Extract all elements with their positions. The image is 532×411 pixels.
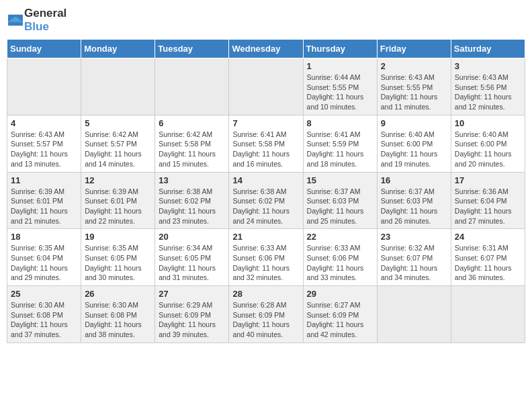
day-header-saturday: Saturday: [451, 40, 525, 58]
day-info: Sunrise: 6:44 AM Sunset: 5:55 PM Dayligh…: [307, 73, 373, 112]
calendar-cell: 25Sunrise: 6:30 AM Sunset: 6:08 PM Dayli…: [7, 286, 81, 343]
day-info: Sunrise: 6:36 AM Sunset: 6:04 PM Dayligh…: [455, 187, 521, 226]
day-number: 19: [85, 232, 151, 242]
day-number: 5: [85, 118, 151, 128]
calendar-cell: 10Sunrise: 6:40 AM Sunset: 6:00 PM Dayli…: [451, 115, 525, 172]
day-info: Sunrise: 6:38 AM Sunset: 6:02 PM Dayligh…: [159, 187, 225, 226]
day-info: Sunrise: 6:33 AM Sunset: 6:06 PM Dayligh…: [232, 243, 299, 283]
calendar-cell: 11Sunrise: 6:39 AM Sunset: 6:01 PM Dayli…: [7, 172, 81, 229]
calendar-week-row: 11Sunrise: 6:39 AM Sunset: 6:01 PM Dayli…: [7, 172, 525, 229]
day-info: Sunrise: 6:38 AM Sunset: 6:02 PM Dayligh…: [232, 187, 299, 226]
calendar-cell: [451, 286, 525, 343]
day-number: 29: [307, 289, 373, 299]
day-info: Sunrise: 6:41 AM Sunset: 5:58 PM Dayligh…: [232, 130, 299, 169]
day-info: Sunrise: 6:35 AM Sunset: 6:04 PM Dayligh…: [11, 243, 77, 283]
calendar-header-row: SundayMondayTuesdayWednesdayThursdayFrid…: [7, 40, 525, 58]
day-number: 15: [307, 175, 373, 185]
calendar-cell: 9Sunrise: 6:40 AM Sunset: 6:00 PM Daylig…: [377, 115, 451, 172]
calendar-cell: 13Sunrise: 6:38 AM Sunset: 6:02 PM Dayli…: [155, 172, 229, 229]
day-info: Sunrise: 6:43 AM Sunset: 5:56 PM Dayligh…: [455, 73, 521, 112]
calendar-cell: 2Sunrise: 6:43 AM Sunset: 5:55 PM Daylig…: [377, 58, 451, 116]
day-header-friday: Friday: [377, 40, 451, 58]
day-info: Sunrise: 6:43 AM Sunset: 5:57 PM Dayligh…: [11, 130, 77, 169]
calendar-cell: 16Sunrise: 6:37 AM Sunset: 6:03 PM Dayli…: [377, 172, 451, 229]
calendar-cell: 18Sunrise: 6:35 AM Sunset: 6:04 PM Dayli…: [7, 229, 81, 286]
day-number: 17: [455, 175, 521, 185]
day-info: Sunrise: 6:28 AM Sunset: 6:09 PM Dayligh…: [232, 300, 299, 340]
day-number: 24: [455, 232, 521, 242]
svg-rect-2: [8, 22, 23, 26]
calendar-cell: [155, 58, 229, 116]
day-number: 4: [11, 118, 77, 128]
day-info: Sunrise: 6:39 AM Sunset: 6:01 PM Dayligh…: [85, 187, 151, 226]
calendar-cell: 23Sunrise: 6:32 AM Sunset: 6:07 PM Dayli…: [377, 229, 451, 286]
calendar-cell: 1Sunrise: 6:44 AM Sunset: 5:55 PM Daylig…: [303, 58, 377, 116]
day-number: 7: [232, 118, 299, 128]
day-header-monday: Monday: [81, 40, 155, 58]
day-number: 27: [159, 289, 225, 299]
day-info: Sunrise: 6:42 AM Sunset: 5:58 PM Dayligh…: [159, 130, 225, 169]
calendar-cell: 4Sunrise: 6:43 AM Sunset: 5:57 PM Daylig…: [7, 115, 81, 172]
day-header-sunday: Sunday: [7, 40, 81, 58]
calendar-cell: 3Sunrise: 6:43 AM Sunset: 5:56 PM Daylig…: [451, 58, 525, 116]
calendar-cell: 15Sunrise: 6:37 AM Sunset: 6:03 PM Dayli…: [303, 172, 377, 229]
calendar-week-row: 4Sunrise: 6:43 AM Sunset: 5:57 PM Daylig…: [7, 115, 525, 172]
day-number: 25: [11, 289, 77, 299]
calendar-cell: 28Sunrise: 6:28 AM Sunset: 6:09 PM Dayli…: [229, 286, 303, 343]
day-info: Sunrise: 6:41 AM Sunset: 5:59 PM Dayligh…: [307, 130, 373, 169]
calendar-cell: 7Sunrise: 6:41 AM Sunset: 5:58 PM Daylig…: [229, 115, 303, 172]
calendar-cell: 27Sunrise: 6:29 AM Sunset: 6:09 PM Dayli…: [155, 286, 229, 343]
day-info: Sunrise: 6:37 AM Sunset: 6:03 PM Dayligh…: [381, 187, 447, 226]
day-info: Sunrise: 6:40 AM Sunset: 6:00 PM Dayligh…: [381, 130, 447, 169]
calendar-cell: 12Sunrise: 6:39 AM Sunset: 6:01 PM Dayli…: [81, 172, 155, 229]
day-number: 14: [232, 175, 299, 185]
calendar-week-row: 18Sunrise: 6:35 AM Sunset: 6:04 PM Dayli…: [7, 229, 525, 286]
day-number: 10: [455, 118, 521, 128]
day-number: 28: [232, 289, 299, 299]
day-info: Sunrise: 6:39 AM Sunset: 6:01 PM Dayligh…: [11, 187, 77, 226]
day-info: Sunrise: 6:33 AM Sunset: 6:06 PM Dayligh…: [307, 243, 373, 283]
day-info: Sunrise: 6:42 AM Sunset: 5:57 PM Dayligh…: [85, 130, 151, 169]
day-number: 18: [11, 232, 77, 242]
calendar-cell: 20Sunrise: 6:34 AM Sunset: 6:05 PM Dayli…: [155, 229, 229, 286]
day-number: 13: [159, 175, 225, 185]
calendar-week-row: 1Sunrise: 6:44 AM Sunset: 5:55 PM Daylig…: [7, 58, 525, 116]
calendar-cell: 21Sunrise: 6:33 AM Sunset: 6:06 PM Dayli…: [229, 229, 303, 286]
day-number: 6: [159, 118, 225, 128]
day-info: Sunrise: 6:43 AM Sunset: 5:55 PM Dayligh…: [381, 73, 447, 112]
day-header-tuesday: Tuesday: [155, 40, 229, 58]
day-number: 8: [307, 118, 373, 128]
calendar-cell: [377, 286, 451, 343]
day-header-thursday: Thursday: [303, 40, 377, 58]
logo-blue: Blue: [24, 20, 49, 33]
calendar-cell: 29Sunrise: 6:27 AM Sunset: 6:09 PM Dayli…: [303, 286, 377, 343]
calendar-table: SundayMondayTuesdayWednesdayThursdayFrid…: [7, 39, 525, 343]
day-number: 3: [455, 61, 521, 71]
day-info: Sunrise: 6:27 AM Sunset: 6:09 PM Dayligh…: [307, 300, 373, 340]
calendar-cell: 8Sunrise: 6:41 AM Sunset: 5:59 PM Daylig…: [303, 115, 377, 172]
calendar-week-row: 25Sunrise: 6:30 AM Sunset: 6:08 PM Dayli…: [7, 286, 525, 343]
day-info: Sunrise: 6:40 AM Sunset: 6:00 PM Dayligh…: [455, 130, 521, 169]
calendar-cell: 6Sunrise: 6:42 AM Sunset: 5:58 PM Daylig…: [155, 115, 229, 172]
calendar-cell: 5Sunrise: 6:42 AM Sunset: 5:57 PM Daylig…: [81, 115, 155, 172]
calendar-cell: [81, 58, 155, 116]
logo: General Blue: [7, 7, 66, 34]
day-header-wednesday: Wednesday: [229, 40, 303, 58]
logo-icon: [8, 13, 23, 28]
day-number: 21: [232, 232, 299, 242]
calendar-cell: 19Sunrise: 6:35 AM Sunset: 6:05 PM Dayli…: [81, 229, 155, 286]
calendar-cell: [229, 58, 303, 116]
day-info: Sunrise: 6:30 AM Sunset: 6:08 PM Dayligh…: [85, 300, 151, 340]
day-info: Sunrise: 6:32 AM Sunset: 6:07 PM Dayligh…: [381, 243, 447, 283]
day-number: 20: [159, 232, 225, 242]
day-info: Sunrise: 6:34 AM Sunset: 6:05 PM Dayligh…: [159, 243, 225, 283]
calendar-cell: 26Sunrise: 6:30 AM Sunset: 6:08 PM Dayli…: [81, 286, 155, 343]
calendar-cell: 17Sunrise: 6:36 AM Sunset: 6:04 PM Dayli…: [451, 172, 525, 229]
day-number: 2: [381, 61, 447, 71]
day-number: 12: [85, 175, 151, 185]
day-info: Sunrise: 6:31 AM Sunset: 6:07 PM Dayligh…: [455, 243, 521, 283]
day-number: 23: [381, 232, 447, 242]
day-number: 26: [85, 289, 151, 299]
day-number: 16: [381, 175, 447, 185]
day-number: 1: [307, 61, 373, 71]
